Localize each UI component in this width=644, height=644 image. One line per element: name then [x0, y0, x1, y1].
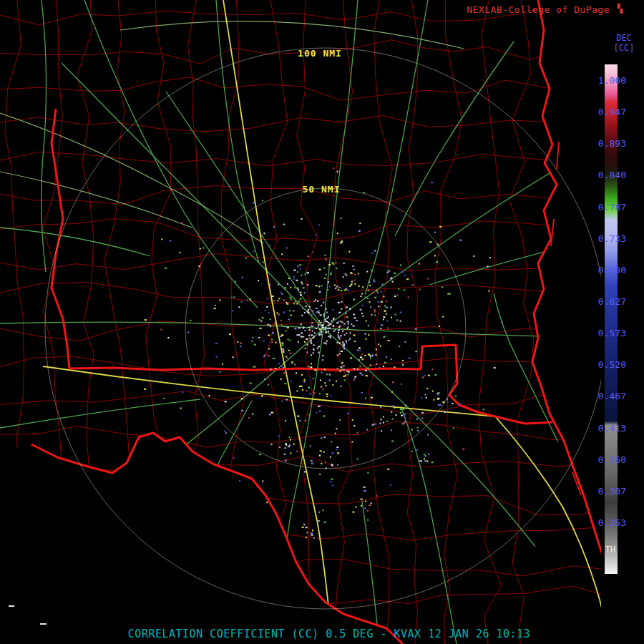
header-title: NEXLAB-College of DuPage — [467, 4, 610, 15]
colorbar-tick-label: 0.733 — [598, 234, 626, 244]
colorbar-tick-label: 0.520 — [598, 360, 626, 370]
station-glyph-icon: ▚ — [618, 4, 623, 14]
colorbar-tick-label: 0.307 — [598, 487, 626, 497]
status-bar: CORRELATION COEFFICIENT (CC) 0.5 DEG - K… — [14, 628, 644, 640]
colorbar-panel: DEC [CC] 1.0000.9470.8930.8400.7870.7330… — [601, 0, 644, 644]
colorbar-tick-label: 0.573 — [598, 328, 626, 338]
colorbar-tick-label: 0.787 — [598, 203, 626, 213]
colorbar-tick-label: 0.947 — [598, 107, 626, 117]
colorbar-tick-label: 0.253 — [598, 518, 626, 528]
radar-display: NEXLAB-College of DuPage ▚ 100 NMI50 NMI… — [0, 0, 644, 644]
colorbar-threshold-label: TH — [602, 545, 618, 555]
roads — [0, 0, 603, 644]
colorbar-tick-label: 0.627 — [598, 297, 626, 307]
colorbar-tick-label: 0.893 — [598, 139, 626, 149]
colorbar-tick-label: 0.467 — [598, 391, 626, 401]
range-ring-label: 50 NMI — [303, 184, 341, 195]
colorbar-tick-label: 0.413 — [598, 424, 626, 434]
colorbar-tick-label: 1.000 — [598, 76, 626, 86]
colorbar-tick-label: 0.680 — [598, 265, 626, 275]
colorbar-tick-label: 0.360 — [598, 455, 626, 465]
colorbar-tick-label: 0.840 — [598, 170, 626, 180]
shore-mark — [9, 605, 14, 607]
radar-map — [0, 0, 644, 644]
shore-mark — [40, 623, 47, 625]
range-ring-label: 100 NMI — [298, 48, 342, 59]
